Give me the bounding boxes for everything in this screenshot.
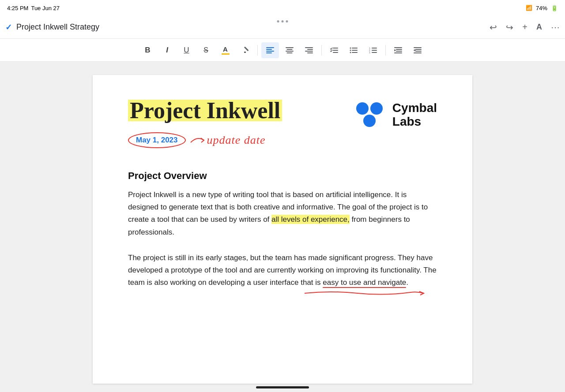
svg-rect-2	[266, 47, 274, 48]
battery-text: 74%	[536, 5, 547, 11]
section1-paragraph1: Project Inkwell is a new type of writing…	[128, 189, 437, 238]
strikethrough-button[interactable]: S	[197, 42, 215, 58]
font-color-bar	[222, 53, 230, 55]
font-color-letter: A	[223, 45, 228, 53]
svg-rect-21	[352, 50, 358, 51]
date-text: May 1, 2023	[136, 136, 178, 144]
toolbar-divider-2	[321, 45, 322, 56]
svg-rect-1	[244, 52, 246, 53]
arrow-svg	[188, 134, 206, 147]
section1-paragraph2: The project is still in its early stages…	[128, 252, 437, 289]
toolbar-divider-1	[257, 45, 258, 56]
svg-rect-26	[372, 48, 377, 49]
svg-rect-14	[333, 48, 338, 49]
svg-rect-11	[307, 49, 313, 50]
svg-point-19	[350, 52, 351, 53]
wifi-icon: 📶	[526, 5, 532, 11]
bullet-list-button[interactable]	[345, 42, 362, 58]
svg-rect-13	[307, 52, 313, 53]
dot3	[286, 20, 288, 22]
svg-point-17	[350, 47, 351, 49]
document-area[interactable]: Project Inkwell May 1, 2023 update date	[0, 62, 565, 392]
align-right-button[interactable]	[300, 42, 318, 58]
cymbal-dot-bottom	[363, 115, 376, 127]
svg-rect-31	[396, 51, 402, 52]
numbered-list-icon: 1. 2. 3.	[369, 47, 377, 53]
red-annotation-line	[128, 290, 437, 297]
svg-rect-30	[396, 49, 402, 50]
title-block: Project Inkwell	[128, 97, 356, 124]
italic-button[interactable]: I	[158, 42, 176, 58]
undo-icon[interactable]: ↩	[490, 22, 497, 33]
checklist-icon	[330, 47, 338, 53]
bold-button[interactable]: B	[139, 42, 157, 58]
section1-heading: Project Overview	[128, 170, 437, 182]
cymbal-text-block: Cymbal Labs	[392, 101, 437, 129]
svg-text:3.: 3.	[369, 52, 371, 53]
svg-rect-3	[266, 49, 272, 50]
svg-rect-4	[266, 51, 274, 52]
indent-decrease-icon	[394, 47, 402, 53]
header-left: Project Inkwell May 1, 2023 update date	[128, 97, 356, 148]
more-options-icon[interactable]: ⋯	[551, 22, 560, 33]
dot1	[277, 20, 279, 22]
check-icon[interactable]: ✓	[5, 22, 12, 32]
cymbal-dot-tr	[370, 102, 383, 115]
align-center-button[interactable]	[281, 42, 298, 58]
indent-increase-button[interactable]	[409, 42, 426, 58]
font-color-button[interactable]: A	[217, 42, 234, 58]
svg-rect-32	[394, 52, 402, 53]
svg-rect-22	[352, 52, 358, 53]
annotation-text: update date	[207, 134, 266, 147]
date: Tue Jun 27	[31, 5, 60, 11]
para2-text-after: .	[406, 278, 408, 287]
top-bar-left: ✓ Project Inkwell Strategy	[5, 22, 99, 32]
underline-button[interactable]: U	[178, 42, 196, 58]
svg-rect-7	[286, 49, 292, 50]
svg-rect-8	[286, 51, 294, 52]
svg-rect-20	[352, 48, 358, 49]
home-indicator	[256, 386, 309, 388]
indent-increase-icon	[414, 47, 422, 53]
checklist-button[interactable]	[325, 42, 343, 58]
center-menu-dots[interactable]	[277, 20, 288, 22]
align-left-icon	[266, 47, 274, 53]
svg-point-18	[350, 49, 351, 51]
pencil-icon	[241, 46, 249, 54]
cymbal-sub: Labs	[392, 115, 437, 129]
status-bar: 4:25 PM Tue Jun 27 📶 74% 🔋	[0, 0, 565, 16]
time: 4:25 PM	[7, 5, 28, 11]
svg-rect-10	[305, 47, 313, 48]
para1-highlighted: all levels of experience,	[271, 215, 350, 224]
indent-decrease-button[interactable]	[389, 42, 407, 58]
para2-underlined: easy to use and navigate	[323, 278, 406, 287]
date-container: May 1, 2023 update date	[128, 132, 356, 148]
red-underline-svg	[305, 290, 428, 297]
highlight-button[interactable]	[236, 42, 254, 58]
cymbal-dots-container	[356, 102, 386, 128]
document-title[interactable]: Project Inkwell Strategy	[16, 22, 99, 32]
battery-icon: 🔋	[551, 5, 558, 11]
status-right: 📶 74% 🔋	[526, 5, 558, 11]
document-page: Project Inkwell May 1, 2023 update date	[93, 75, 472, 384]
add-icon[interactable]: +	[522, 22, 527, 32]
font-button[interactable]: A	[536, 22, 542, 32]
date-oval-inner: May 1, 2023	[128, 132, 186, 148]
svg-rect-33	[414, 47, 422, 48]
top-bar: ✓ Project Inkwell Strategy ↩ ↪ + A ⋯	[0, 16, 565, 39]
svg-rect-6	[286, 47, 294, 48]
top-bar-right: ↩ ↪ + A ⋯	[490, 22, 560, 33]
numbered-list-button[interactable]: 1. 2. 3.	[364, 42, 382, 58]
svg-rect-12	[305, 51, 313, 52]
svg-rect-34	[415, 49, 422, 50]
dot2	[282, 20, 284, 22]
status-left: 4:25 PM Tue Jun 27	[7, 5, 60, 11]
svg-rect-35	[415, 51, 422, 52]
toolbar-divider-3	[385, 45, 386, 56]
svg-rect-16	[333, 52, 338, 53]
align-left-button[interactable]	[261, 42, 279, 58]
cymbal-logo: Cymbal Labs	[356, 101, 437, 129]
cymbal-dot-tl	[356, 102, 369, 115]
redo-icon[interactable]: ↪	[506, 22, 513, 33]
cymbal-name: Cymbal	[392, 101, 437, 115]
